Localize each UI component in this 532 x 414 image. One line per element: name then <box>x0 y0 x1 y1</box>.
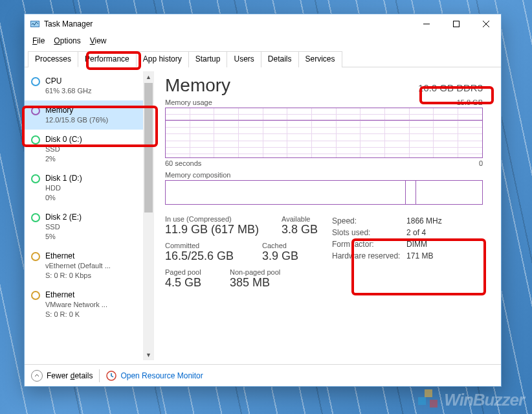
footer: Fewer details Open Resource Monitor <box>25 364 501 386</box>
memory-capacity: 16.0 GB DDR3 <box>418 82 483 93</box>
page-title: Memory <box>165 75 230 96</box>
tabstrip: Processes Performance App history Startu… <box>25 47 501 67</box>
open-resource-monitor-link[interactable]: Open Resource Monitor <box>120 371 203 380</box>
usage-graph-label: Memory usage <box>165 98 212 106</box>
spec-label: Hardware reserved: <box>332 251 406 260</box>
tab-services[interactable]: Services <box>298 51 342 67</box>
stat-value: 4.5 GB <box>165 276 210 290</box>
tab-performance[interactable]: Performance <box>78 51 137 67</box>
scrollbar-thumb[interactable] <box>144 83 153 213</box>
sidebar-item-label: Memory <box>45 105 108 115</box>
sidebar-item-disk2[interactable]: Disk 2 (E:) SSD 5% <box>25 207 143 246</box>
sidebar-item-cpu[interactable]: CPU 61% 3.68 GHz <box>25 71 143 100</box>
sidebar-item-sub: S: 0 R: 0 Kbps <box>45 271 111 281</box>
memory-specs-table: Speed: 1866 MHz Slots used: 2 of 4 Form … <box>332 215 483 295</box>
disk-circle-icon <box>31 135 40 144</box>
sidebar-item-sub: 0% <box>45 193 82 203</box>
memory-circle-icon <box>31 106 40 115</box>
sidebar-item-sub: VMware Network ... <box>45 300 107 310</box>
ethernet-circle-icon <box>31 291 40 300</box>
tab-processes[interactable]: Processes <box>28 51 78 67</box>
cpu-circle-icon <box>31 77 40 86</box>
stat-label: Cached <box>262 242 298 249</box>
fewer-details-link[interactable]: Fewer details <box>47 371 93 380</box>
stat-value: 385 MB <box>230 276 280 290</box>
sidebar-scrollbar[interactable]: ▲ ▼ <box>143 71 154 360</box>
sidebar-item-label: CPU <box>45 76 92 86</box>
sidebar-item-sub: 5% <box>45 232 82 242</box>
minimize-button[interactable] <box>412 14 441 34</box>
performance-sidebar: CPU 61% 3.68 GHz Memory 12.0/15.8 GB (76… <box>25 67 155 364</box>
divider <box>99 369 100 382</box>
composition-label: Memory composition <box>165 171 230 179</box>
titlebar: Task Manager <box>25 14 501 34</box>
sidebar-item-sub: 12.0/15.8 GB (76%) <box>45 115 108 125</box>
sidebar-item-sub: vEthernet (Default ... <box>45 261 111 271</box>
sidebar-item-label: Ethernet <box>45 290 107 300</box>
resource-monitor-icon <box>106 371 116 381</box>
stat-label: In use (Compressed) <box>165 215 262 223</box>
sidebar-item-disk0[interactable]: Disk 0 (C:) SSD 2% <box>25 130 143 168</box>
tab-startup[interactable]: Startup <box>188 51 228 67</box>
stat-label: Available <box>282 215 318 223</box>
scroll-up-icon[interactable]: ▲ <box>143 71 154 82</box>
stat-value: 3.8 GB <box>282 223 318 236</box>
axis-left: 60 seconds <box>165 159 201 167</box>
menubar: File Options View <box>25 34 501 47</box>
stat-label: Committed <box>165 242 243 249</box>
close-button[interactable] <box>471 14 501 34</box>
sidebar-item-label: Ethernet <box>45 251 111 261</box>
sidebar-item-disk1[interactable]: Disk 1 (D:) HDD 0% <box>25 168 143 207</box>
tab-details[interactable]: Details <box>261 51 299 67</box>
usage-graph-max: 15.8 GB <box>457 98 483 106</box>
tab-app-history[interactable]: App history <box>136 51 189 67</box>
axis-right: 0 <box>479 159 483 167</box>
stat-label: Paged pool <box>165 268 210 276</box>
stat-value: 3.9 GB <box>262 249 298 263</box>
task-manager-window: Task Manager File Options View Processes… <box>24 14 502 387</box>
spec-label: Form factor: <box>332 240 406 249</box>
stat-value: 16.5/25.6 GB <box>165 249 243 263</box>
window-title: Task Manager <box>44 19 93 29</box>
disk-circle-icon <box>31 213 40 222</box>
sidebar-item-ethernet2[interactable]: Ethernet VMware Network ... S: 0 R: 0 K <box>25 285 143 324</box>
scroll-down-icon[interactable]: ▼ <box>143 349 154 360</box>
maximize-button[interactable] <box>441 14 471 34</box>
spec-value: DIMM <box>406 240 427 249</box>
sidebar-item-sub: S: 0 R: 0 K <box>45 310 107 319</box>
watermark: WinBuzzer <box>418 389 524 410</box>
disk-circle-icon <box>31 174 40 183</box>
spec-value: 1866 MHz <box>406 216 442 225</box>
menu-file[interactable]: File <box>28 36 49 46</box>
stat-label: Non-paged pool <box>230 268 280 276</box>
sidebar-item-sub: 2% <box>45 154 82 164</box>
sidebar-item-sub: 61% 3.68 GHz <box>45 86 92 96</box>
app-icon <box>30 19 40 29</box>
sidebar-item-label: Disk 0 (C:) <box>45 134 82 144</box>
sidebar-item-label: Disk 1 (D:) <box>45 173 82 183</box>
sidebar-item-ethernet1[interactable]: Ethernet vEthernet (Default ... S: 0 R: … <box>25 246 143 285</box>
sidebar-item-memory[interactable]: Memory 12.0/15.8 GB (76%) <box>25 100 143 130</box>
main-panel: Memory 16.0 GB DDR3 Memory usage 15.8 GB… <box>155 67 501 364</box>
stat-value: 11.9 GB (617 MB) <box>165 223 262 236</box>
spec-label: Slots used: <box>332 228 406 237</box>
chevron-up-icon[interactable] <box>31 370 43 382</box>
memory-composition-graph <box>165 180 483 205</box>
sidebar-item-sub: HDD <box>45 183 82 193</box>
spec-label: Speed: <box>332 216 406 225</box>
sidebar-item-sub: SSD <box>45 144 82 154</box>
sidebar-item-sub: SSD <box>45 222 82 232</box>
menu-options[interactable]: Options <box>50 36 84 46</box>
ethernet-circle-icon <box>31 252 40 261</box>
spec-value: 2 of 4 <box>406 228 426 237</box>
sidebar-item-label: Disk 2 (E:) <box>45 212 82 222</box>
svg-rect-3 <box>454 21 460 27</box>
menu-view[interactable]: View <box>86 36 111 46</box>
spec-value: 171 MB <box>406 251 433 260</box>
tab-users[interactable]: Users <box>227 51 261 67</box>
memory-usage-graph <box>165 108 483 158</box>
